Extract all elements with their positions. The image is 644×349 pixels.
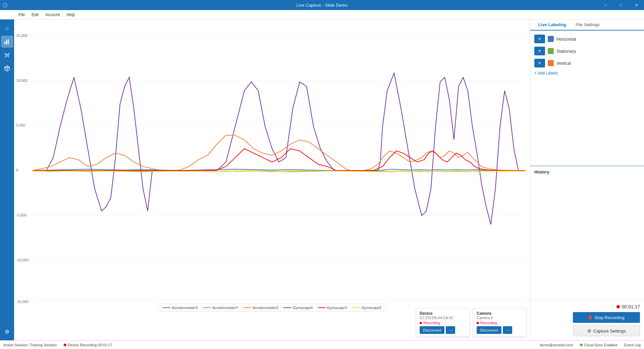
legend-item-accelz: AccelerometerZ bbox=[243, 306, 279, 310]
label-name-horizontal: Horizontal bbox=[556, 37, 576, 42]
device-status: Recording bbox=[420, 321, 466, 325]
maximize-button[interactable]: □ bbox=[613, 0, 629, 10]
capture-settings-button[interactable]: ⚙ Capture Settings bbox=[573, 326, 640, 336]
svg-rect-2 bbox=[8, 39, 9, 44]
device-id: CC:FD:D9:44:CA:2C bbox=[420, 316, 466, 320]
device-card: Device CC:FD:D9:44:CA:2C Recording Disco… bbox=[416, 308, 470, 337]
legend-item-accelx: AccelerometerX bbox=[162, 306, 198, 310]
y-label-0: 0 bbox=[16, 168, 18, 172]
capture-settings-label: Capture Settings bbox=[593, 329, 626, 334]
label-add-horizontal[interactable]: + bbox=[534, 35, 545, 43]
legend-line-accelz bbox=[243, 307, 251, 308]
legend-line-gyroscopez bbox=[352, 307, 360, 308]
legend-line-accelx bbox=[162, 307, 170, 308]
camera-more-button[interactable]: ··· bbox=[503, 326, 512, 334]
sidebar-chart[interactable] bbox=[1, 36, 13, 48]
right-panel: Live Labeling File Settings + Horizontal… bbox=[530, 19, 644, 340]
y-label-10000: 10,000 bbox=[16, 79, 28, 83]
tab-live-labeling[interactable]: Live Labeling bbox=[534, 19, 571, 31]
legend-item-accely: AccelerometerY bbox=[203, 306, 238, 310]
label-row-stationary: + Stationary bbox=[534, 47, 640, 55]
y-label-neg10000: -10,000 bbox=[16, 258, 29, 262]
event-log-label: Event Log bbox=[624, 343, 641, 347]
recording-label: Device Recording 00:01:17 bbox=[68, 343, 112, 347]
close-button[interactable]: ✕ bbox=[629, 0, 644, 10]
legend-line-accely bbox=[203, 307, 211, 308]
capture-settings-icon: ⚙ bbox=[587, 329, 591, 334]
menubar: File Edit Account Help bbox=[0, 10, 644, 19]
menu-file[interactable]: File bbox=[15, 11, 28, 18]
recording-indicator-dot bbox=[64, 344, 66, 346]
statusbar: Active Session: Training Session Device … bbox=[0, 340, 644, 349]
minimize-button[interactable]: ─ bbox=[598, 0, 613, 10]
legend-item-gyroscopey: GyroscopeY bbox=[318, 306, 347, 310]
device-buttons: Disconnect ··· bbox=[420, 326, 466, 334]
timer-display: 00:01:17 bbox=[622, 304, 640, 309]
legend-label-accelz: AccelerometerZ bbox=[253, 306, 279, 310]
svg-point-3 bbox=[6, 54, 8, 56]
legend-line-gyroscopex bbox=[283, 307, 291, 308]
titlebar: ⬡ Live Capture - Slide Demo ─ □ ✕ bbox=[0, 0, 644, 10]
camera-buttons: Disconnect ··· bbox=[477, 326, 523, 334]
stop-recording-button[interactable]: 🔴 Stop Recording bbox=[573, 312, 640, 323]
email-label: demo@sensiml.com bbox=[540, 343, 573, 347]
cloud-sync-label: Cloud Sync Enabled bbox=[584, 343, 618, 347]
device-disconnect-button[interactable]: Disconnect bbox=[420, 326, 444, 334]
camera-disconnect-button[interactable]: Disconnect bbox=[477, 326, 501, 334]
status-event-log[interactable]: Event Log bbox=[624, 343, 641, 347]
sidebar-sensor[interactable] bbox=[1, 49, 13, 61]
label-row-horizontal: + Horizontal bbox=[534, 35, 640, 43]
y-label-neg15000: -15,000 bbox=[16, 300, 29, 304]
tab-file-settings[interactable]: File Settings bbox=[571, 19, 604, 30]
window-title: Live Capture - Slide Demo bbox=[297, 3, 347, 8]
recording-controls: 00:01:17 🔴 Stop Recording ⚙ Capture Sett… bbox=[530, 300, 644, 340]
legend-label-gyroscopez: GyroscopeZ bbox=[362, 306, 382, 310]
label-row-vertical: + Vertical bbox=[534, 59, 640, 67]
label-name-stationary: Stationary bbox=[556, 49, 576, 54]
chart-legend: AccelerometerX AccelerometerY Accelerome… bbox=[158, 304, 386, 312]
camera-title: Camera bbox=[477, 311, 523, 316]
right-panel-tabs: Live Labeling File Settings bbox=[530, 19, 644, 31]
chart-area: 15,000 10,000 5,000 0 -5,000 -10,000 -15… bbox=[14, 19, 530, 340]
svg-rect-1 bbox=[6, 40, 7, 44]
status-session: Active Session: Training Session bbox=[3, 343, 57, 347]
status-email: demo@sensiml.com bbox=[540, 343, 573, 347]
camera-card: Camera Camera 0 Recording Disconnect ··· bbox=[473, 308, 527, 337]
camera-status: Recording bbox=[477, 321, 523, 325]
recording-dot bbox=[616, 305, 620, 308]
legend-label-accely: AccelerometerY bbox=[212, 306, 238, 310]
svg-rect-0 bbox=[4, 42, 5, 44]
menu-help[interactable]: Help bbox=[63, 11, 78, 18]
label-color-horizontal bbox=[548, 36, 554, 42]
legend-label-gyroscopex: GyroscopeX bbox=[293, 306, 313, 310]
device-status-label: Recording bbox=[423, 321, 440, 325]
label-name-vertical: Vertical bbox=[556, 61, 571, 66]
device-title: Device bbox=[420, 311, 466, 316]
y-label-5000: 5,000 bbox=[16, 123, 25, 127]
menu-edit[interactable]: Edit bbox=[28, 11, 42, 18]
y-label-neg5000: -5,000 bbox=[16, 213, 26, 217]
camera-id: Camera 0 bbox=[477, 316, 523, 320]
main-layout: ⌂ ⚙ bbox=[0, 19, 644, 340]
camera-status-dot bbox=[477, 322, 479, 324]
add-labels-link[interactable]: + Add Labels bbox=[534, 71, 640, 76]
label-add-stationary[interactable]: + bbox=[534, 47, 545, 55]
legend-label-gyroscopey: GyroscopeY bbox=[327, 306, 347, 310]
sidebar-home[interactable]: ⌂ bbox=[1, 22, 13, 34]
history-title: History bbox=[534, 169, 640, 174]
legend-line-gyroscopey bbox=[318, 307, 326, 308]
cloud-sync-dot bbox=[580, 344, 583, 346]
legend-label-accelx: AccelerometerX bbox=[172, 306, 198, 310]
device-more-button[interactable]: ··· bbox=[446, 326, 455, 334]
menu-account[interactable]: Account bbox=[42, 11, 63, 18]
label-add-vertical[interactable]: + bbox=[534, 59, 545, 67]
sidebar-settings[interactable]: ⚙ bbox=[1, 326, 13, 338]
status-recording: Device Recording 00:01:17 bbox=[64, 343, 112, 347]
camera-status-label: Recording bbox=[480, 321, 497, 325]
label-color-stationary bbox=[548, 48, 554, 54]
history-section: History bbox=[530, 166, 644, 300]
window-controls: ─ □ ✕ bbox=[598, 0, 644, 10]
status-cloud-sync: Cloud Sync Enabled bbox=[580, 343, 618, 347]
stop-recording-label: Stop Recording bbox=[594, 315, 625, 320]
sidebar-cube[interactable] bbox=[1, 62, 13, 74]
